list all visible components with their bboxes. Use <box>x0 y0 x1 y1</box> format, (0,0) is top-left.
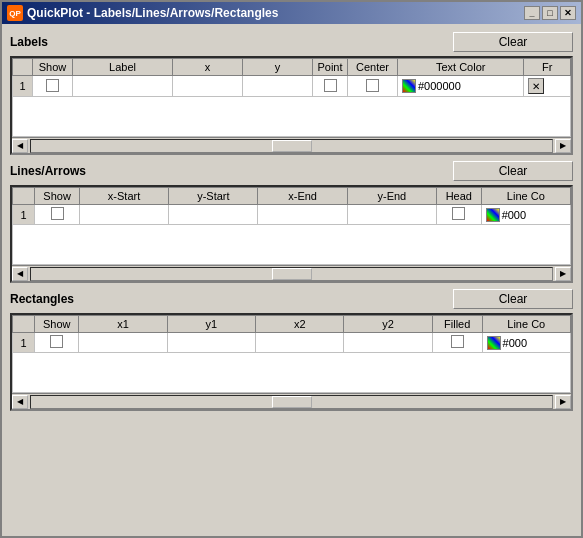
rects-scroll-left-button[interactable]: ◀ <box>12 395 28 409</box>
labels-col-fr: Fr <box>524 59 571 76</box>
labels-row-1-label-cell[interactable] <box>73 76 173 97</box>
labels-scroll-left-button[interactable]: ◀ <box>12 139 28 153</box>
lines-row-1: 1 <box>13 205 571 225</box>
lines-row-1-head-cell[interactable] <box>437 205 482 225</box>
lines-scrollbar-thumb[interactable] <box>272 268 312 280</box>
rects-col-filled: Filled <box>432 316 482 333</box>
lines-row-1-yend-cell[interactable] <box>347 205 436 225</box>
rectangles-section: Rectangles Clear Show x1 y1 x2 y2 Filled <box>10 289 573 411</box>
labels-scrollbar-thumb[interactable] <box>272 140 312 152</box>
lines-row-1-show-cell[interactable] <box>35 205 80 225</box>
labels-scroll-right-button[interactable]: ▶ <box>555 139 571 153</box>
lines-row-1-xstart-cell[interactable] <box>79 205 168 225</box>
labels-table: Show Label x y Point Center Text Color F… <box>12 58 571 137</box>
rects-scrollbar-container: ◀ ▶ <box>12 393 571 409</box>
lines-row-1-linecolor-cell[interactable]: #000 <box>481 205 570 225</box>
rects-row-1-color-container: #000 <box>487 336 566 350</box>
labels-row-1-delete-button[interactable]: ✕ <box>528 78 544 94</box>
labels-row-1-show-cell[interactable] <box>33 76 73 97</box>
labels-col-y: y <box>243 59 313 76</box>
lines-scroll-left-button[interactable]: ◀ <box>12 267 28 281</box>
rects-col-show: Show <box>35 316 79 333</box>
rects-col-linecolor: Line Co <box>482 316 570 333</box>
rects-row-1-linecolor-cell[interactable]: #000 <box>482 333 570 353</box>
rects-row-1-filled-checkbox[interactable] <box>451 335 464 348</box>
lines-empty-row-1 <box>13 225 571 265</box>
rects-col-num <box>13 316 35 333</box>
labels-col-x: x <box>173 59 243 76</box>
lines-col-xstart: x-Start <box>79 188 168 205</box>
title-bar: QP QuickPlot - Labels/Lines/Arrows/Recta… <box>2 2 581 24</box>
lines-row-1-ystart-cell[interactable] <box>169 205 258 225</box>
labels-row-1-textcolor-cell[interactable]: #000000 <box>398 76 524 97</box>
labels-row-1-fr-cell[interactable]: ✕ <box>524 76 571 97</box>
rectangles-title: Rectangles <box>10 292 74 306</box>
labels-row-1-num: 1 <box>13 76 33 97</box>
labels-row-1: 1 <box>13 76 571 97</box>
window-title: QuickPlot - Labels/Lines/Arrows/Rectangl… <box>27 6 278 20</box>
lines-row-1-color-icon[interactable] <box>486 208 500 222</box>
rectangles-section-header: Rectangles Clear <box>10 289 573 309</box>
app-icon: QP <box>7 5 23 21</box>
rects-row-1-x1-cell[interactable] <box>79 333 167 353</box>
labels-row-1-color-icon[interactable] <box>402 79 416 93</box>
labels-row-1-point-cell[interactable] <box>313 76 348 97</box>
labels-title: Labels <box>10 35 48 49</box>
lines-table: Show x-Start y-Start x-End y-End Head Li… <box>12 187 571 265</box>
labels-empty-space <box>13 97 571 137</box>
maximize-button[interactable]: □ <box>542 6 558 20</box>
labels-row-1-center-checkbox[interactable] <box>366 79 379 92</box>
labels-table-container: Show Label x y Point Center Text Color F… <box>10 56 573 155</box>
labels-row-1-color-value: #000000 <box>418 80 461 92</box>
lines-clear-button[interactable]: Clear <box>453 161 573 181</box>
lines-col-num <box>13 188 35 205</box>
labels-empty-row-1 <box>13 97 571 137</box>
rects-row-1-show-checkbox[interactable] <box>50 335 63 348</box>
title-buttons: _ □ ✕ <box>524 6 576 20</box>
labels-clear-button[interactable]: Clear <box>453 32 573 52</box>
lines-table-container: Show x-Start y-Start x-End y-End Head Li… <box>10 185 573 283</box>
lines-title: Lines/Arrows <box>10 164 86 178</box>
main-window: QP QuickPlot - Labels/Lines/Arrows/Recta… <box>0 0 583 538</box>
rects-row-1-color-value: #000 <box>503 337 527 349</box>
minimize-button[interactable]: _ <box>524 6 540 20</box>
rects-row-1-filled-cell[interactable] <box>432 333 482 353</box>
lines-scrollbar[interactable] <box>30 267 553 281</box>
lines-header-row: Show x-Start y-Start x-End y-End Head Li… <box>13 188 571 205</box>
labels-scrollbar[interactable] <box>30 139 553 153</box>
labels-section-header: Labels Clear <box>10 32 573 52</box>
labels-scrollbar-container: ◀ ▶ <box>12 137 571 153</box>
lines-section: Lines/Arrows Clear Show x-Start y-Start … <box>10 161 573 283</box>
lines-col-ystart: y-Start <box>169 188 258 205</box>
lines-scroll-right-button[interactable]: ▶ <box>555 267 571 281</box>
lines-col-head: Head <box>437 188 482 205</box>
rects-scrollbar-thumb[interactable] <box>272 396 312 408</box>
lines-row-1-head-checkbox[interactable] <box>452 207 465 220</box>
lines-section-header: Lines/Arrows Clear <box>10 161 573 181</box>
rects-col-y2: y2 <box>344 316 432 333</box>
rects-row-1: 1 <box>13 333 571 353</box>
rectangles-header-row: Show x1 y1 x2 y2 Filled Line Co <box>13 316 571 333</box>
title-bar-left: QP QuickPlot - Labels/Lines/Arrows/Recta… <box>7 5 278 21</box>
labels-row-1-center-cell[interactable] <box>348 76 398 97</box>
rectangles-clear-button[interactable]: Clear <box>453 289 573 309</box>
lines-col-xend: x-End <box>258 188 347 205</box>
lines-row-1-show-checkbox[interactable] <box>51 207 64 220</box>
labels-row-1-y-cell[interactable] <box>243 76 313 97</box>
labels-header-row: Show Label x y Point Center Text Color F… <box>13 59 571 76</box>
rects-row-1-show-cell[interactable] <box>35 333 79 353</box>
rects-row-1-color-icon[interactable] <box>487 336 501 350</box>
rects-scrollbar[interactable] <box>30 395 553 409</box>
labels-col-textcolor: Text Color <box>398 59 524 76</box>
close-button[interactable]: ✕ <box>560 6 576 20</box>
lines-row-1-xend-cell[interactable] <box>258 205 347 225</box>
rects-scroll-right-button[interactable]: ▶ <box>555 395 571 409</box>
rects-col-x2: x2 <box>256 316 344 333</box>
rects-row-1-x2-cell[interactable] <box>256 333 344 353</box>
lines-col-show: Show <box>35 188 80 205</box>
labels-row-1-x-cell[interactable] <box>173 76 243 97</box>
rects-row-1-y1-cell[interactable] <box>167 333 255 353</box>
labels-row-1-point-checkbox[interactable] <box>324 79 337 92</box>
labels-row-1-show-checkbox[interactable] <box>46 79 59 92</box>
rects-row-1-y2-cell[interactable] <box>344 333 432 353</box>
